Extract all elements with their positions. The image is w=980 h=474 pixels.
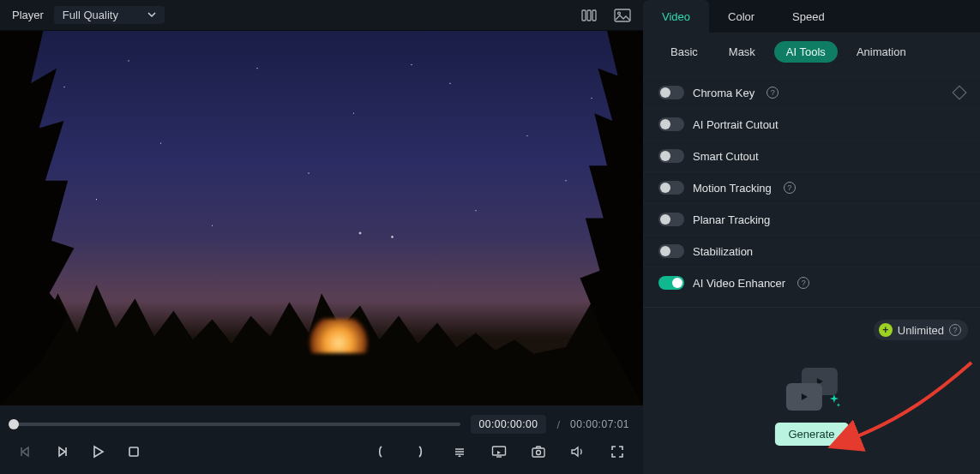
tool-stabilization: Stabilization (643, 235, 980, 267)
svg-rect-5 (129, 447, 138, 456)
player-header: Player Full Quality (0, 0, 643, 31)
toggle-planar-tracking[interactable] (658, 213, 684, 226)
mark-in-button[interactable] (369, 440, 393, 464)
inspector-panel: Video Color Speed Basic Mask AI Tools An… (643, 0, 980, 474)
time-separator: / (556, 418, 560, 431)
duration-time: 00:00:07:01 (570, 418, 629, 430)
unlimited-pill[interactable]: + Unlimited ? (874, 320, 968, 340)
stop-button[interactable] (122, 440, 146, 464)
toggle-motion-tracking[interactable] (658, 181, 684, 195)
tool-label: Chroma Key (693, 87, 755, 99)
unlimited-label: Unlimited (898, 324, 944, 337)
svg-rect-1 (587, 10, 591, 21)
tool-ai-video-enhancer: AI Video Enhancer ? (643, 267, 980, 298)
video-preview[interactable] (0, 31, 643, 405)
sparkle-icon (825, 393, 842, 412)
image-preview-icon[interactable] (614, 9, 631, 22)
tab-video[interactable]: Video (643, 0, 709, 33)
volume-button[interactable] (566, 440, 590, 464)
player-controls: 00:00:00:00 / 00:00:07:01 (0, 405, 643, 474)
tool-label: Planar Tracking (693, 213, 770, 226)
help-icon[interactable]: ? (767, 87, 779, 99)
snapshot-button[interactable] (526, 440, 550, 464)
current-time: 00:00:00:00 (471, 415, 547, 434)
svg-rect-2 (592, 10, 596, 21)
player-pane: Player Full Quality (0, 0, 643, 474)
tool-label: Motion Tracking (693, 182, 772, 195)
tool-label: AI Portrait Cutout (693, 118, 779, 131)
tab-color[interactable]: Color (709, 0, 773, 33)
thumb-front (785, 383, 821, 411)
svg-rect-0 (582, 10, 586, 21)
tool-label: AI Video Enhancer (693, 277, 785, 290)
svg-rect-6 (493, 447, 506, 455)
svg-point-8 (537, 451, 541, 455)
ai-tools-list: Chroma Key ? AI Portrait Cutout Smart Cu… (643, 76, 980, 298)
tool-label: Stabilization (693, 245, 753, 258)
generate-center: Generate (774, 368, 848, 446)
fullscreen-button[interactable] (605, 440, 629, 464)
generate-button[interactable]: Generate (774, 423, 848, 446)
chevron-down-icon (147, 9, 156, 21)
step-back-button[interactable] (14, 440, 38, 464)
more-options-button[interactable] (448, 440, 472, 464)
help-icon[interactable]: ? (797, 277, 809, 289)
help-icon[interactable]: ? (784, 182, 796, 194)
mark-out-button[interactable] (408, 440, 432, 464)
generate-thumbnail-icon (785, 368, 837, 411)
generate-section: + Unlimited ? Generate (643, 307, 980, 474)
sub-tab-basic[interactable]: Basic (658, 41, 710, 63)
quality-label: Full Quality (63, 9, 118, 21)
tool-planar-tracking: Planar Tracking (643, 203, 980, 235)
playback-display-button[interactable] (487, 440, 511, 464)
svg-rect-3 (615, 9, 630, 21)
tool-label: Smart Cutout (693, 150, 759, 163)
plus-badge-icon: + (879, 323, 893, 337)
preview-fire (309, 319, 369, 353)
sub-tab-animation[interactable]: Animation (845, 41, 918, 63)
sub-tab-mask[interactable]: Mask (717, 41, 767, 63)
svg-point-4 (618, 12, 621, 15)
playhead[interactable] (9, 419, 19, 429)
tool-ai-portrait-cutout: AI Portrait Cutout (643, 108, 980, 140)
sub-tab-bar: Basic Mask AI Tools Animation (643, 33, 980, 76)
tool-chroma-key: Chroma Key ? (643, 76, 980, 108)
sub-tab-ai-tools[interactable]: AI Tools (774, 41, 838, 63)
toggle-ai-video-enhancer[interactable] (658, 276, 684, 290)
toggle-chroma-key[interactable] (658, 86, 684, 99)
svg-rect-7 (532, 448, 544, 457)
tool-motion-tracking: Motion Tracking ? (643, 171, 980, 203)
quality-select[interactable]: Full Quality (54, 6, 165, 24)
keyframe-icon[interactable] (953, 86, 967, 100)
help-icon: ? (949, 324, 961, 336)
step-forward-button[interactable] (50, 440, 74, 464)
toggle-smart-cutout[interactable] (658, 149, 684, 163)
toggle-ai-portrait-cutout[interactable] (658, 117, 684, 131)
top-tab-bar: Video Color Speed (643, 0, 980, 33)
player-title: Player (12, 9, 44, 21)
play-button[interactable] (86, 440, 110, 464)
tool-smart-cutout: Smart Cutout (643, 140, 980, 171)
tab-speed[interactable]: Speed (773, 0, 844, 33)
timeline-scrubber[interactable] (14, 423, 460, 426)
compare-view-icon[interactable] (581, 9, 598, 22)
toggle-stabilization[interactable] (658, 244, 684, 258)
